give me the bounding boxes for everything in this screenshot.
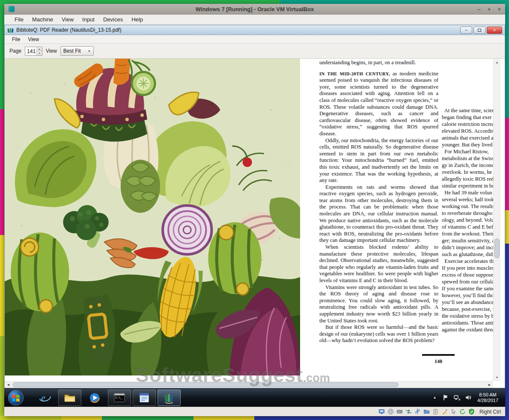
article-text-line: antioxidants. Those antio xyxy=(442,319,498,326)
pdf-titlebar[interactable]: BiblioteQ: PDF Reader (NautilusDi_13-15.… xyxy=(5,25,505,35)
virtualbox-menu-item[interactable]: Input xyxy=(78,15,99,24)
mouse-integration-icon[interactable] xyxy=(450,408,457,415)
horizontal-scrollbar[interactable]: ◀ ▶ xyxy=(5,381,493,388)
article-text-line: of vitamins C and E bef xyxy=(442,223,498,230)
artichoke xyxy=(121,160,160,213)
page-number: 140 xyxy=(422,358,455,365)
maximize-icon xyxy=(478,29,481,32)
article-text-line: excess of those suppose xyxy=(442,271,498,278)
pdf-toolbar: Page 141 ▲ ▼ View Best Fit ▼ xyxy=(5,44,505,59)
usb-icon[interactable] xyxy=(414,408,421,415)
article-text-line: didn’t improve; and incr xyxy=(442,244,498,251)
article-paragraph: Oddly, our mitochondria, the energy fact… xyxy=(319,137,438,184)
taskbar-media-player[interactable] xyxy=(83,390,106,406)
article-text-line: you’ll see an abundance xyxy=(442,299,498,306)
scroll-right-icon[interactable]: ▶ xyxy=(486,381,493,388)
minimize-button[interactable]: – xyxy=(478,6,481,12)
taskbar-windows-explorer[interactable] xyxy=(58,390,81,406)
virtualbox-menu-item[interactable]: File xyxy=(10,15,28,24)
hard-disk-icon[interactable] xyxy=(396,408,403,415)
vertical-scrollbar[interactable]: ▲ ▼ xyxy=(493,59,500,381)
virtualbox-menu-item[interactable]: Help xyxy=(127,15,147,24)
maximize-button[interactable]: + xyxy=(488,6,491,12)
clock-time: 8:50 AM xyxy=(477,392,498,398)
article-paragraph: Vitamins were strongly antioxidant in te… xyxy=(319,284,438,325)
pdf-minimize-button[interactable]: – xyxy=(460,27,472,34)
article-text-line: similar experiment in hu xyxy=(442,182,498,189)
view-mode-value: Best Fit xyxy=(63,48,81,54)
article-text-line: ger; insulin sensitivity, a xyxy=(442,237,498,244)
clock-date: 4/28/2017 xyxy=(477,398,498,403)
onion-slice xyxy=(163,206,211,254)
pdf-reader-window: BiblioteQ: PDF Reader (NautilusDi_13-15.… xyxy=(4,25,505,388)
display-icon[interactable] xyxy=(378,408,385,415)
optical-disc-icon[interactable] xyxy=(387,408,394,415)
explorer-folder-icon xyxy=(63,391,76,404)
page-footer-rule xyxy=(422,354,455,356)
taskbar-internet-explorer[interactable]: e xyxy=(33,390,57,406)
system-tray: ▲ 8:50 AM 4/28/2017 xyxy=(431,392,503,403)
spinner-down-icon[interactable]: ▼ xyxy=(37,51,42,55)
article-text-line: to reverberate througho xyxy=(442,210,498,217)
virtualbox-menu-item[interactable]: Machine xyxy=(28,15,57,24)
internet-explorer-icon: e xyxy=(39,391,51,404)
virtualbox-menu-item[interactable]: View xyxy=(57,15,78,24)
article-text-line: metabolism at the Swiss xyxy=(442,155,498,162)
volume-icon[interactable] xyxy=(464,394,472,401)
vertical-scrollbar-thumb[interactable] xyxy=(494,238,500,258)
windows-taskbar: e xyxy=(4,388,505,407)
article-paragraph: But if those ROS were so harmful—and the… xyxy=(319,324,438,344)
article-text-line: the oxidative stress by b xyxy=(442,313,498,319)
article-text-line: against the oxidant threa xyxy=(442,326,498,333)
article-text-line: several weeks; half took xyxy=(442,196,498,203)
taskbar-clock[interactable]: 8:50 AM 4/28/2017 xyxy=(476,392,502,403)
pdf-maximize-button[interactable] xyxy=(473,27,485,34)
document-app-icon xyxy=(138,391,151,404)
article-text-line: For Michael Ristow, xyxy=(442,148,498,155)
biblioteq-books-icon xyxy=(163,391,176,404)
view-mode-select[interactable]: Best Fit ▼ xyxy=(60,46,94,56)
scroll-left-icon[interactable]: ◀ xyxy=(5,381,12,388)
page-spinner[interactable]: 141 ▲ ▼ xyxy=(25,47,42,56)
virtualbox-menu-item[interactable]: Devices xyxy=(99,15,127,24)
shared-folder-icon[interactable] xyxy=(423,408,430,415)
article-fragment: understanding begins, in part, on a trea… xyxy=(319,60,438,66)
taskbar-command-prompt[interactable]: C:\_ xyxy=(108,390,131,406)
pdf-menu-item[interactable]: File xyxy=(8,36,24,43)
scroll-up-icon[interactable]: ▲ xyxy=(494,59,500,66)
scroll-down-icon[interactable]: ▼ xyxy=(494,374,500,381)
cherry xyxy=(243,158,252,167)
page-spinner-value[interactable]: 141 xyxy=(25,47,36,55)
taskbar-biblioteq[interactable] xyxy=(158,390,181,406)
clipboard-icon[interactable] xyxy=(432,408,439,415)
network-icon[interactable] xyxy=(405,408,412,415)
taskbar-document-app[interactable] xyxy=(133,390,156,406)
article-text-line: Exercise accelerates th xyxy=(442,258,498,265)
features-icon[interactable] xyxy=(459,408,466,415)
network-tray-icon[interactable] xyxy=(453,394,461,401)
virtualbox-menubar: FileMachineViewInputDevicesHelp xyxy=(4,15,505,25)
article-text-line: working out. The results, xyxy=(442,203,498,210)
article-text-line: ology, and beyond. Volu xyxy=(442,217,498,223)
pdf-menu-item[interactable]: View xyxy=(24,36,43,43)
host-shield-icon[interactable] xyxy=(468,408,475,415)
virtualbox-titlebar[interactable]: Windows 7 [Running] - Oracle VM VirtualB… xyxy=(4,4,505,15)
action-center-flag-icon[interactable] xyxy=(442,394,449,401)
chevron-down-icon: ▼ xyxy=(83,50,91,53)
close-icon: × xyxy=(493,28,496,33)
pdf-menubar: FileView xyxy=(5,35,505,44)
article-text-line: overlook. In worms, he f xyxy=(442,169,498,176)
hidden-icons-chevron[interactable]: ▲ xyxy=(431,394,438,401)
close-button[interactable]: × xyxy=(497,6,501,12)
article-text-line: such as glutathione, didn xyxy=(442,251,498,258)
start-button[interactable] xyxy=(7,389,25,407)
pdf-close-button[interactable]: × xyxy=(487,27,502,34)
spinner-up-icon[interactable]: ▲ xyxy=(37,47,42,51)
article-paragraph: IN THE MID-20TH CENTURY, as modern medic… xyxy=(319,71,438,137)
article-text-line: from the workout. Their xyxy=(442,230,498,237)
svg-text:C:\_: C:\_ xyxy=(115,396,122,399)
pencil-icon[interactable] xyxy=(441,408,448,415)
horizontal-scrollbar-thumb[interactable] xyxy=(12,382,399,387)
article-text-line: elevated ROS. According xyxy=(442,128,498,134)
page-spinner-arrows: ▲ ▼ xyxy=(36,47,42,55)
